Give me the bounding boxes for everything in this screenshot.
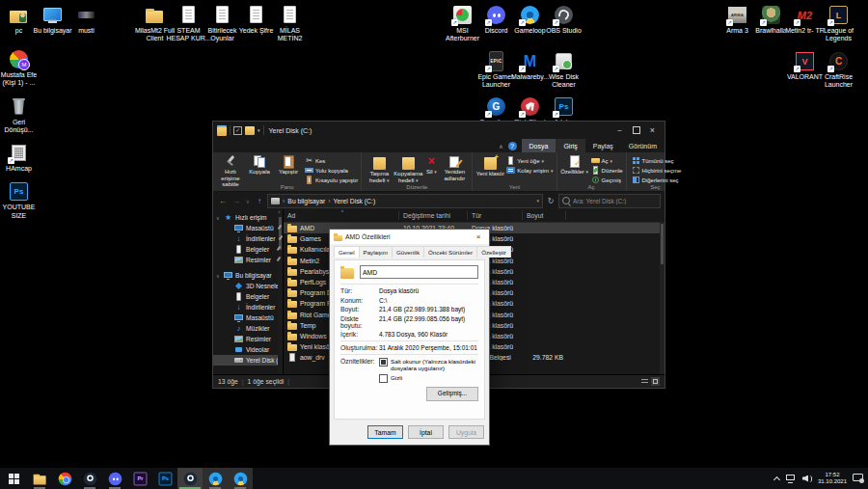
taskbar-app-button[interactable] <box>177 468 203 489</box>
forward-button[interactable]: → <box>231 197 242 205</box>
taskbar-clock[interactable]: 17:52 31.10.2021 <box>818 472 847 486</box>
desktop-icon[interactable]: V VALORANT <box>788 50 822 90</box>
desktop-icon[interactable]: Gameloop <box>513 4 547 43</box>
sidebar-item[interactable]: İndirilenler <box>213 233 283 244</box>
sidebar-item[interactable]: Masaüstü <box>213 312 283 323</box>
column-header-size[interactable]: Boyut <box>523 211 566 220</box>
collapse-ribbon-icon[interactable] <box>499 143 502 149</box>
taskbar-app-button[interactable] <box>77 468 102 489</box>
copy-to-button[interactable]: Kopyalama hedefi <box>393 154 422 183</box>
desktop-icon[interactable]: Yedek Şifre <box>239 4 273 43</box>
move-to-button[interactable]: Taşıma hedefi <box>365 154 393 183</box>
invert-selection-button[interactable]: Diğerlerini seç <box>632 176 682 184</box>
desktop-icon[interactable]: EPIC Epic Games Launcher <box>479 50 513 90</box>
sidebar-item[interactable]: Hızlı erişim <box>213 212 283 223</box>
ribbon-tab[interactable]: Görünüm <box>621 139 665 152</box>
desktop-icon[interactable]: M Malwareby... <box>513 50 547 90</box>
maximize-button[interactable] <box>628 123 644 138</box>
file-list-scrollbar[interactable] <box>660 222 665 374</box>
sidebar-item[interactable]: İndirilenler <box>213 302 283 312</box>
new-item-button[interactable]: Yeni öğe <box>506 156 553 165</box>
desktop-icon[interactable]: Ps YOUTUBE SIZE <box>2 180 36 220</box>
dialog-tab[interactable]: Özelleştir <box>476 246 511 258</box>
ribbon-tab[interactable]: Dosya <box>522 139 556 152</box>
help-icon[interactable] <box>508 142 517 150</box>
dialog-tab[interactable]: Önceki Sürümler <box>423 246 477 258</box>
open-button[interactable]: Aç <box>591 156 623 165</box>
desktop-icon[interactable]: M2 Metin2 tr- TR <box>788 4 822 43</box>
desktop-icon[interactable]: pc <box>2 4 36 35</box>
taskbar-app-button[interactable]: Pr <box>127 468 152 489</box>
address-dropdown-icon[interactable] <box>536 198 539 204</box>
desktop-icon[interactable]: ARMA Arma 3 <box>720 4 754 43</box>
apply-button[interactable]: Uygula <box>448 425 484 439</box>
recent-locations-icon[interactable]: ∨ <box>244 198 252 204</box>
action-center-icon[interactable] <box>853 474 863 483</box>
start-button[interactable] <box>0 468 27 489</box>
desktop-icon[interactable]: Brawlhalla <box>754 4 788 43</box>
close-button[interactable] <box>644 123 661 138</box>
sidebar-item[interactable]: 3D Nesneler <box>213 281 283 291</box>
pin-to-quick-access-button[interactable]: Hızlı erişime sabitle <box>216 154 245 188</box>
taskbar-app-button[interactable] <box>102 468 127 489</box>
back-button[interactable]: ← <box>217 197 229 205</box>
network-icon[interactable] <box>786 475 797 483</box>
folder-name-input[interactable]: AMD <box>360 265 478 279</box>
select-none-button[interactable]: Hiçbirini seçme <box>632 166 682 175</box>
taskbar-app-button[interactable] <box>203 468 228 489</box>
ribbon-tab[interactable]: Paylaş <box>585 139 621 152</box>
new-folder-quick-icon[interactable] <box>245 126 255 135</box>
dialog-title-bar[interactable]: AMD Özellikleri <box>330 230 489 244</box>
taskbar-app-button[interactable]: Ps <box>152 468 177 489</box>
copy-path-button[interactable]: Yolu kopyala <box>305 166 358 175</box>
properties-button[interactable]: Özellikler <box>560 154 589 176</box>
breadcrumb-this-pc[interactable]: Bu bilgisayar <box>287 198 325 204</box>
desktop-icon[interactable]: Mustafa Efe (Kişi 1) - ... <box>2 48 36 88</box>
select-all-button[interactable]: Tümünü seç <box>632 156 682 165</box>
copy-button[interactable]: Kopyala <box>245 154 274 176</box>
sidebar-item[interactable]: Belgeler <box>213 291 283 302</box>
up-button[interactable]: ↑ <box>254 197 265 205</box>
desktop-icon[interactable]: MSI Afterburner <box>446 4 479 43</box>
sidebar-item[interactable]: Masaüstü <box>213 223 283 233</box>
desktop-icon[interactable]: Bu bilgisayar <box>36 4 69 35</box>
desktop-icon[interactable]: L League of Legends <box>822 4 855 43</box>
readonly-checkbox-row[interactable]: Salt okunur (Yalnızca klasördeki dosyala… <box>379 358 478 372</box>
desktop-icon[interactable]: musti <box>69 4 103 35</box>
easy-access-button[interactable]: Kolay erişim <box>506 166 553 175</box>
delete-button[interactable]: Sil <box>422 154 440 176</box>
properties-quick-icon[interactable] <box>233 126 242 135</box>
dialog-tab[interactable]: Güvenlik <box>392 246 424 258</box>
desktop-icon[interactable]: HAmcap <box>2 142 36 173</box>
desktop-icon[interactable]: Discord <box>479 4 513 43</box>
sidebar-item[interactable]: Resimler <box>213 334 283 344</box>
column-header-name[interactable]: Ad <box>284 211 399 220</box>
desktop-icon[interactable]: Geri Dönüşü... <box>2 95 36 135</box>
hidden-checkbox[interactable] <box>379 374 388 383</box>
dialog-tab[interactable]: Paylaşım <box>359 246 393 258</box>
cancel-button[interactable]: İptal <box>408 425 444 439</box>
new-folder-button[interactable]: Yeni klasör <box>475 154 504 177</box>
hidden-icons-chevron[interactable] <box>773 476 780 481</box>
column-header-date[interactable]: Değiştirme tarihi <box>399 211 468 220</box>
history-button[interactable]: Geçmiş <box>591 176 623 184</box>
ok-button[interactable]: Tamam <box>367 425 403 439</box>
search-input[interactable] <box>573 198 657 204</box>
breadcrumb[interactable]: Bu bilgisayar Yerel Disk (C:) <box>267 194 543 208</box>
readonly-checkbox[interactable] <box>379 358 388 367</box>
sidebar-item[interactable]: Videolar <box>213 344 283 355</box>
dialog-tab[interactable]: Genel <box>334 246 360 258</box>
ribbon-tab[interactable]: Giriş <box>556 139 584 152</box>
desktop-icon[interactable]: MİLAS METİN2 <box>273 4 307 43</box>
desktop-icon[interactable]: OBS Studio <box>547 4 581 43</box>
column-header-type[interactable]: Tür <box>468 211 523 220</box>
title-bar[interactable]: Yerel Disk (C:) <box>213 122 665 139</box>
sidebar-item[interactable]: Bu bilgisayar <box>213 270 283 281</box>
details-view-icon[interactable] <box>640 377 649 386</box>
advanced-button[interactable]: Gelişmiş... <box>426 387 478 401</box>
minimize-button[interactable] <box>611 123 628 138</box>
taskbar-app-button[interactable] <box>52 468 77 489</box>
dialog-close-icon[interactable] <box>472 232 485 241</box>
desktop-icon[interactable]: Wise Disk Cleaner <box>547 50 581 90</box>
desktop-icon[interactable]: C CraftRise Launcher <box>822 50 855 90</box>
